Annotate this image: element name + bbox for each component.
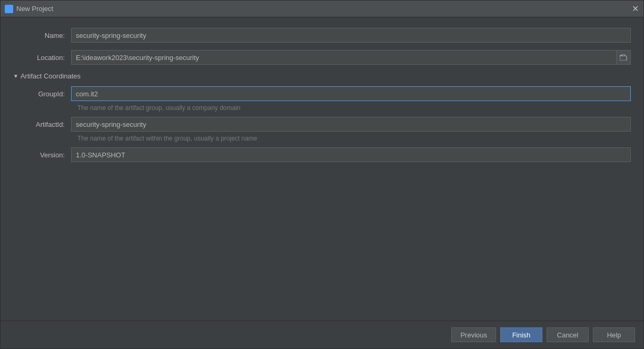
name-input[interactable]	[71, 28, 631, 43]
cancel-button[interactable]: Cancel	[547, 327, 589, 342]
svg-rect-2	[6, 9, 8, 12]
artifactid-hint: The name of the artifact within the grou…	[77, 135, 631, 142]
finish-button[interactable]: Finish	[500, 327, 542, 342]
svg-rect-1	[9, 6, 12, 8]
version-label: Version:	[13, 151, 71, 159]
dialog-footer: Previous Finish Cancel Help	[1, 321, 643, 348]
artifact-section-header: ▼ Artifact Coordinates	[13, 72, 631, 80]
title-bar: New Project ✕	[1, 1, 643, 17]
groupid-row: GroupId:	[13, 86, 631, 101]
svg-rect-0	[6, 6, 8, 8]
location-label: Location:	[13, 54, 71, 62]
app-icon	[5, 5, 13, 13]
new-project-dialog: New Project ✕ Name: Location:	[0, 0, 644, 349]
name-row: Name:	[13, 28, 631, 43]
artifactid-input[interactable]	[71, 117, 631, 132]
dialog-title: New Project	[16, 5, 631, 13]
location-row: Location:	[13, 50, 631, 65]
artifactid-row: ArtifactId:	[13, 117, 631, 132]
name-label: Name:	[13, 32, 71, 39]
close-button[interactable]: ✕	[631, 5, 639, 13]
groupid-hint: The name of the artifact group, usually …	[77, 104, 631, 112]
section-toggle-icon[interactable]: ▼	[13, 73, 18, 79]
location-input[interactable]	[71, 50, 616, 65]
browse-button[interactable]	[616, 50, 631, 65]
section-title: Artifact Coordinates	[21, 72, 81, 80]
version-row: Version:	[13, 147, 631, 162]
version-input[interactable]	[71, 147, 631, 162]
dialog-content: Name: Location: ▼ Artifact Coordinates	[1, 17, 643, 321]
help-button[interactable]: Help	[593, 327, 635, 342]
groupid-label: GroupId:	[13, 90, 71, 98]
previous-button[interactable]: Previous	[451, 327, 496, 342]
svg-rect-3	[9, 9, 12, 12]
groupid-input[interactable]	[71, 86, 631, 101]
svg-rect-4	[620, 56, 627, 61]
artifactid-label: ArtifactId:	[13, 121, 71, 128]
location-input-wrapper	[71, 50, 631, 65]
